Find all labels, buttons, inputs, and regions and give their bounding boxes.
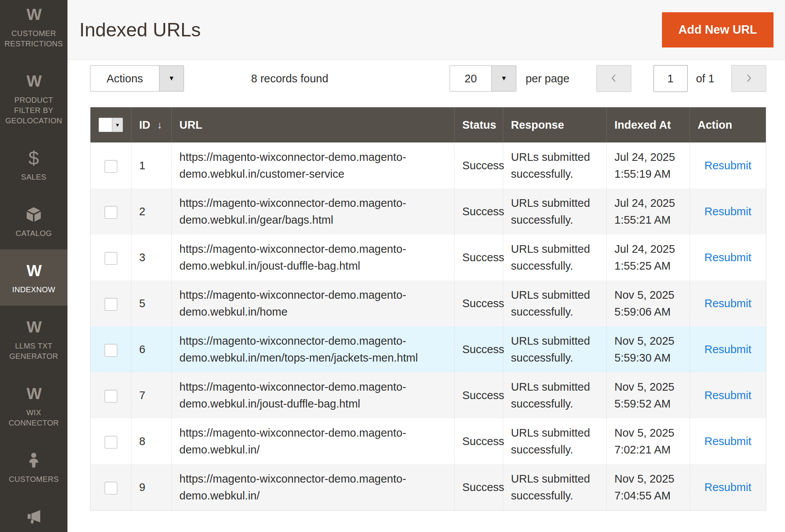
row-status: Success [455,418,503,464]
row-indexed-at: Nov 5, 2025 5:59:06 AM [607,280,690,326]
checkbox-box [99,118,112,132]
resubmit-link[interactable]: Resubmit [705,389,752,401]
table-row: 1 https://magento-wixconnector-demo.mage… [90,142,766,188]
row-checkbox[interactable] [105,160,117,173]
chevron-left-icon [608,72,619,85]
table-header: ▼ ID ↓ URL Status Response Indexed A [90,107,766,142]
resubmit-link[interactable]: Resubmit [705,343,752,355]
row-id: 7 [131,372,172,418]
table-row: 3 https://magento-wixconnector-demo.mage… [90,234,766,280]
webkul-icon: W [26,71,41,91]
row-id: 3 [131,234,172,280]
sidebar-item-product-filter-by-geolocation[interactable]: W PRODUCT FILTER BY GEOLOCATION [0,60,67,137]
actions-dropdown[interactable]: Actions ▼ [90,65,184,92]
per-page-label: per page [526,72,570,85]
row-indexed-at: Nov 5, 2025 7:04:55 AM [607,464,690,510]
sidebar-item-marketing[interactable]: MARKETING [0,495,67,532]
sort-descending-icon: ↓ [157,119,162,131]
row-id: 2 [131,188,172,234]
webkul-icon: W [26,261,41,281]
pagination: 20 ▼ per page of 1 [450,65,766,92]
row-checkbox[interactable] [105,298,117,311]
row-indexed-at: Nov 5, 2025 5:59:30 AM [607,326,690,372]
sidebar-item-label: LLMS TXT GENERATOR [2,341,65,362]
per-page-value: 20 [450,66,491,91]
row-action-cell: Resubmit [690,326,766,372]
row-checkbox[interactable] [105,252,117,265]
row-action-cell: Resubmit [690,280,766,326]
resubmit-link[interactable]: Resubmit [705,435,752,447]
row-id: 9 [131,464,172,510]
row-indexed-at: Nov 5, 2025 5:59:52 AM [607,372,690,418]
table-row: 5 https://magento-wixconnector-demo.mage… [90,280,766,326]
row-checkbox-cell [90,372,131,418]
row-checkbox[interactable] [105,206,117,219]
row-action-cell: Resubmit [690,464,766,510]
row-url: https://magento-wixconnector-demo.magent… [172,326,455,372]
add-new-url-button[interactable]: Add New URL [662,12,774,47]
row-response: URLs submitted successfully. [503,464,607,510]
row-url: https://magento-wixconnector-demo.magent… [172,234,455,280]
select-all-checkbox[interactable]: ▼ [99,118,123,132]
resubmit-link[interactable]: Resubmit [705,251,752,264]
row-action-cell: Resubmit [690,188,766,234]
sidebar-item-llms-txt-generator[interactable]: W LLMS TXT GENERATOR [0,306,67,372]
row-action-cell: Resubmit [690,418,766,464]
sidebar-item-customer-restrictions[interactable]: W CUSTOMER RESTRICTIONS [0,0,67,60]
column-header-response[interactable]: Response [503,107,607,142]
current-page-input[interactable] [654,65,688,92]
catalog-icon [25,205,43,224]
column-header-indexed-at[interactable]: Indexed At [607,107,690,142]
resubmit-link[interactable]: Resubmit [705,297,752,309]
row-checkbox[interactable] [105,344,117,357]
row-action-cell: Resubmit [690,372,766,418]
main-panel: Indexed URLs Add New URL Actions ▼ 8 rec… [67,0,785,532]
row-indexed-at: Jul 24, 2025 1:55:25 AM [607,234,690,280]
row-url: https://magento-wixconnector-demo.magent… [172,280,455,326]
table-row: 6 https://magento-wixconnector-demo.mage… [90,326,766,372]
row-url: https://magento-wixconnector-demo.magent… [172,142,455,188]
app-window: W CUSTOMER RESTRICTIONS W PRODUCT FILTER… [0,0,785,532]
row-response: URLs submitted successfully. [503,188,607,234]
webkul-icon: W [26,384,41,404]
row-action-cell: Resubmit [690,234,766,280]
row-response: URLs submitted successfully. [503,372,607,418]
resubmit-link[interactable]: Resubmit [705,205,752,218]
dollar-icon: $ [28,148,39,168]
page-total-label: of 1 [696,72,714,85]
sidebar-item-catalog[interactable]: CATALOG [0,193,67,249]
row-status: Success [455,188,503,234]
sidebar-item-sales[interactable]: $ SALES [0,137,67,193]
column-header-action[interactable]: Action [690,107,766,142]
row-checkbox[interactable] [105,390,117,403]
sidebar-item-label: SALES [21,172,46,182]
page-title: Indexed URLs [79,19,201,41]
sidebar-item-label: MARKETING [10,530,57,532]
sidebar-item-label: CATALOG [16,228,52,239]
row-checkbox[interactable] [105,436,117,449]
sidebar-item-wix-connector[interactable]: W WIX CONNECTOR [0,372,67,439]
actions-dropdown-value: Actions [90,66,159,91]
row-response: URLs submitted successfully. [503,326,607,372]
sidebar-item-indexnow[interactable]: W INDEXNOW [0,249,67,306]
select-all-cell: ▼ [90,107,131,142]
row-response: URLs submitted successfully. [503,234,607,280]
sidebar-item-label: CUSTOMER RESTRICTIONS [2,28,65,49]
next-page-button[interactable] [731,65,766,92]
row-indexed-at: Jul 24, 2025 1:55:21 AM [607,188,690,234]
column-header-status[interactable]: Status [455,107,503,142]
row-checkbox[interactable] [105,482,117,494]
resubmit-link[interactable]: Resubmit [705,481,752,493]
table-row: 9 https://magento-wixconnector-demo.mage… [90,464,766,510]
column-header-id[interactable]: ID ↓ [131,107,172,142]
row-response: URLs submitted successfully. [503,418,607,464]
previous-page-button[interactable] [596,65,631,92]
row-status: Success [455,326,503,372]
table-row: 2 https://magento-wixconnector-demo.mage… [90,188,766,234]
resubmit-link[interactable]: Resubmit [705,159,752,172]
webkul-icon: W [26,317,41,337]
per-page-dropdown[interactable]: 20 ▼ [450,65,516,92]
column-header-url[interactable]: URL [172,107,455,142]
sidebar-item-customers[interactable]: CUSTOMERS [0,439,67,495]
sidebar-item-label: INDEXNOW [12,285,55,295]
